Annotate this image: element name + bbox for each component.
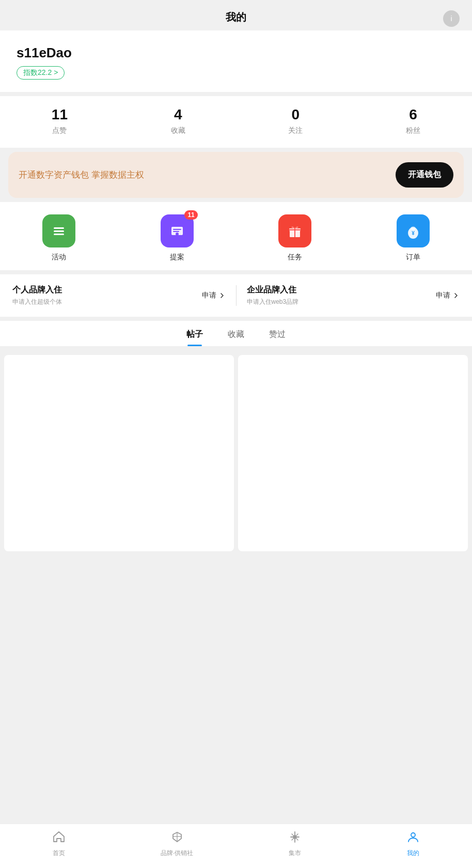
tab-liked[interactable]: 赞过 (269, 329, 286, 346)
stat-fans[interactable]: 6 粉丝 (406, 106, 420, 135)
nav-brand-label: 品牌·供销社 (161, 849, 193, 858)
header: 我的 i (0, 0, 472, 30)
content-card-2 (238, 355, 468, 551)
home-icon (52, 830, 66, 847)
order-icon-wrap: ¥ (397, 214, 430, 247)
svg-point-6 (176, 233, 179, 236)
task-icon-wrap (278, 214, 311, 247)
header-icon[interactable]: i (443, 10, 460, 27)
activity-icon (50, 222, 68, 240)
favorites-label: 收藏 (171, 126, 185, 135)
personal-brand-title: 个人品牌入住 (12, 285, 202, 296)
personal-brand-apply[interactable]: 申请 (202, 291, 226, 300)
action-task[interactable]: 任务 (278, 214, 311, 262)
task-icon (286, 222, 304, 240)
likes-label: 点赞 (52, 126, 67, 135)
stat-favorites[interactable]: 4 收藏 (171, 106, 185, 135)
proposal-icon-wrap: 11 (161, 214, 194, 247)
brand-divider (236, 285, 237, 306)
proposal-icon (168, 222, 186, 240)
stats-row: 11 点赞 4 收藏 0 关注 6 粉丝 (0, 96, 472, 148)
activity-label: 活动 (52, 253, 66, 262)
page-title: 我的 (226, 11, 246, 23)
fans-count: 6 (409, 106, 417, 123)
svg-rect-10 (289, 229, 301, 230)
action-activity[interactable]: 活动 (42, 214, 75, 262)
following-count: 0 (292, 106, 300, 123)
proposal-badge: 11 (184, 210, 197, 220)
svg-rect-1 (54, 230, 64, 232)
mine-icon (406, 830, 420, 847)
brand-icon (170, 830, 184, 847)
enterprise-brand-apply[interactable]: 申请 (436, 291, 460, 300)
bottom-nav: 首页 品牌·供销社 集市 (0, 824, 472, 868)
index-badge[interactable]: 指数22.2 > (17, 66, 65, 80)
svg-point-19 (411, 833, 415, 837)
svg-rect-4 (173, 229, 181, 230)
content-card-1 (4, 355, 234, 551)
personal-brand-sub: 申请入住超级个体 (12, 298, 202, 306)
following-label: 关注 (288, 126, 303, 135)
market-icon (288, 830, 302, 847)
stat-following[interactable]: 0 关注 (288, 106, 303, 135)
action-order[interactable]: ¥ 订单 (397, 214, 430, 262)
nav-mine[interactable]: 我的 (392, 830, 434, 858)
chevron-right-icon-2 (452, 292, 460, 299)
open-wallet-button[interactable]: 开通钱包 (396, 162, 453, 188)
stat-likes[interactable]: 11 点赞 (52, 106, 68, 135)
enterprise-brand: 企业品牌入住 申请入住web3品牌 (247, 285, 436, 306)
nav-market[interactable]: 集市 (274, 830, 316, 858)
favorites-count: 4 (174, 106, 182, 123)
svg-point-12 (411, 227, 416, 230)
wallet-banner: 开通数字资产钱包 掌握数据主权 开通钱包 (8, 152, 464, 198)
proposal-label: 提案 (170, 253, 184, 262)
bottom-spacer (0, 555, 472, 597)
likes-count: 11 (52, 106, 68, 123)
nav-market-label: 集市 (289, 849, 301, 858)
action-proposal[interactable]: 11 提案 (161, 214, 194, 262)
task-label: 任务 (288, 253, 302, 262)
enterprise-brand-sub: 申请入住web3品牌 (247, 298, 436, 306)
content-grid (0, 351, 472, 555)
nav-home-label: 首页 (53, 849, 65, 858)
tab-favorites[interactable]: 收藏 (228, 329, 244, 346)
nav-mine-label: 我的 (407, 849, 419, 858)
fans-label: 粉丝 (406, 126, 420, 135)
tabs-section: 帖子 收藏 赞过 (0, 321, 472, 347)
profile-section: s11eDao 指数22.2 > (0, 30, 472, 92)
tab-posts[interactable]: 帖子 (186, 329, 203, 346)
svg-rect-2 (54, 234, 64, 235)
personal-brand: 个人品牌入住 申请入住超级个体 (12, 285, 202, 306)
activity-icon-wrap (42, 214, 75, 247)
wallet-text: 开通数字资产钱包 掌握数据主权 (19, 169, 144, 181)
order-icon: ¥ (404, 222, 422, 240)
quick-actions: 活动 11 提案 任务 (0, 202, 472, 270)
chevron-right-icon (218, 292, 226, 299)
svg-text:¥: ¥ (412, 230, 415, 236)
tabs-header: 帖子 收藏 赞过 (0, 321, 472, 347)
username: s11eDao (17, 45, 455, 61)
enterprise-brand-title: 企业品牌入住 (247, 285, 436, 296)
nav-home[interactable]: 首页 (38, 830, 80, 858)
svg-rect-0 (54, 227, 64, 229)
brand-section: 个人品牌入住 申请入住超级个体 申请 企业品牌入住 申请入住web3品牌 申请 (0, 274, 472, 317)
svg-rect-5 (173, 231, 179, 232)
order-label: 订单 (406, 253, 420, 262)
nav-brand[interactable]: 品牌·供销社 (156, 830, 198, 858)
